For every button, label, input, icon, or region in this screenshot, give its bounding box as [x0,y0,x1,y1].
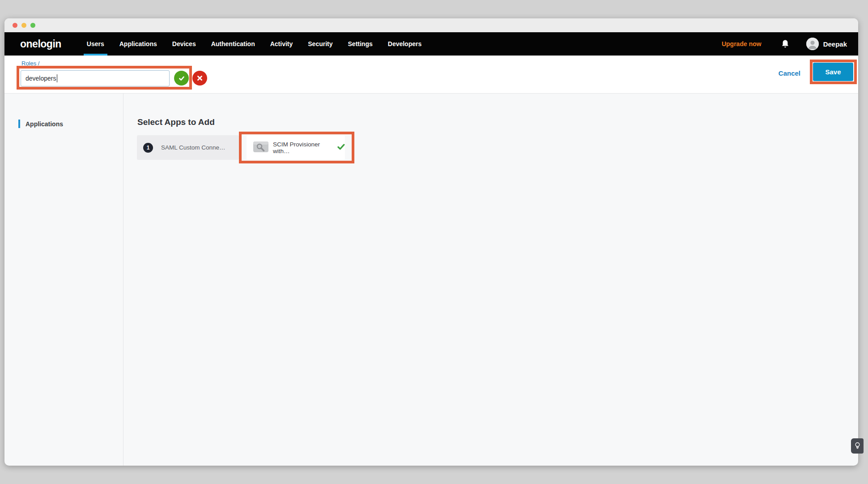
close-window-button[interactable] [13,23,17,28]
top-navbar: onelogin Users Applications Devices Auth… [4,32,858,56]
user-name-label: Deepak [823,40,847,48]
nav-item-applications[interactable]: Applications [112,32,165,56]
sidebar: Applications [4,94,123,466]
nav-item-label: Developers [388,40,421,47]
active-item-accent [18,120,20,128]
nav-item-label: Applications [119,40,157,47]
x-icon [197,75,203,81]
lightbulb-icon [855,442,860,450]
nav-item-users[interactable]: Users [79,32,112,56]
app-tile-saml-custom-connector[interactable]: 1 SAML Custom Conne… [137,135,239,160]
nav-item-activity[interactable]: Activity [263,32,301,56]
help-tips-button[interactable] [851,438,864,454]
browser-window: onelogin Users Applications Devices Auth… [4,18,858,466]
selected-check-icon [337,144,345,152]
page-body: Applications Select Apps to Add 1 SAML C… [4,94,858,466]
upgrade-now-link[interactable]: Upgrade now [722,40,762,47]
zoom-window-button[interactable] [30,23,35,28]
app-name-label: SCIM Provisioner with… [273,141,334,154]
app-tiles-row: 1 SAML Custom Conne… SCIM Pro [137,135,345,160]
sidebar-item-label: Applications [26,120,63,128]
nav-item-label: Devices [172,40,196,47]
nav-item-developers[interactable]: Developers [380,32,429,56]
window-titlebar [4,18,858,32]
role-name-value: developers [26,75,56,82]
page-header: Roles / developers Cancel Save [4,56,858,94]
app-tile-scim-provisioner[interactable]: SCIM Provisioner with… [247,135,345,160]
check-icon [178,75,185,82]
breadcrumb[interactable]: Roles / [21,60,39,67]
user-avatar[interactable] [806,38,819,50]
nav-item-security[interactable]: Security [300,32,340,56]
nav-item-label: Authentication [211,40,255,47]
desktop-background: onelogin Users Applications Devices Auth… [0,0,868,484]
section-heading: Select Apps to Add [137,117,215,127]
role-name-input[interactable]: developers [21,70,170,86]
brand-logo[interactable]: onelogin [20,38,61,50]
nav-item-label: Security [308,40,332,47]
nav-item-settings[interactable]: Settings [340,32,380,56]
confirm-rename-button[interactable] [174,71,189,86]
cancel-rename-button[interactable] [192,71,207,86]
scim-connector-icon [253,141,268,154]
text-cursor [57,74,57,82]
nav-item-label: Activity [270,40,293,47]
nav-item-authentication[interactable]: Authentication [204,32,263,56]
save-button[interactable]: Save [813,63,853,81]
main-content: Select Apps to Add 1 SAML Custom Conne… [123,94,858,466]
nav-item-devices[interactable]: Devices [165,32,204,56]
cancel-button[interactable]: Cancel [779,69,800,77]
navbar-right-group: Upgrade now Deepak [722,32,847,56]
notification-bell-icon[interactable] [781,39,789,48]
minimize-window-button[interactable] [21,23,26,28]
primary-nav: Users Applications Devices Authenticatio… [79,32,429,56]
sidebar-item-applications[interactable]: Applications [18,120,63,128]
app-name-label: SAML Custom Conne… [161,144,226,151]
nav-item-label: Users [87,40,104,47]
nav-item-label: Settings [348,40,373,47]
person-icon [806,38,819,50]
app-order-badge: 1 [143,143,153,153]
